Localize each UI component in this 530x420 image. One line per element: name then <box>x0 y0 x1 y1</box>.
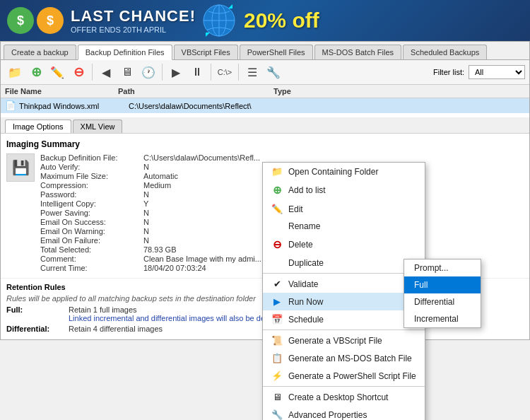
screen-icon: 🖥 <box>122 66 133 78</box>
context-menu: 📁 Open Containing Folder ⊕ Add to list ✏… <box>262 162 425 420</box>
summary-field-6-label: Power Saving: <box>40 209 139 217</box>
desktop-icon: 🖥 <box>271 392 283 402</box>
toolbar-separator-2 <box>162 64 163 81</box>
ctx-validate[interactable]: ✔ Validate <box>263 275 425 293</box>
list-button[interactable]: ☰ <box>242 62 262 82</box>
play-icon: ▶ <box>172 66 180 79</box>
summary-field-11-value: Clean Base Image with my admi... <box>143 255 261 263</box>
ctx-gen-vbs[interactable]: 📜 Generate a VBScript File <box>263 332 425 349</box>
ctx-label-validate: Validate <box>288 279 318 289</box>
tab-powershell[interactable]: PowerShell Files <box>240 45 313 59</box>
ctx-label-edit: Edit <box>288 204 303 214</box>
open-folder-button[interactable]: 📁 <box>5 62 25 82</box>
file-row[interactable]: 📄 Thinkpad Windows.xml C:\Users\dalaw\Do… <box>1 98 529 113</box>
submenu-incremental[interactable]: Incremental <box>404 310 481 327</box>
retention-diff-label: Differential: <box>6 325 63 333</box>
back-button[interactable]: ◀ <box>96 62 116 82</box>
cmd-button[interactable]: C:\> <box>215 62 235 82</box>
submenu-differential[interactable]: Differential <box>404 293 481 310</box>
app-window: Create a backup Backup Definition Files … <box>0 41 530 340</box>
tab-scheduled-backups[interactable]: Scheduled Backups <box>403 45 487 59</box>
pause-button[interactable]: ⏸ <box>187 62 207 82</box>
ctx-desktop-shortcut[interactable]: 🖥 Create a Desktop Shortcut <box>263 388 425 406</box>
toolbar-separator-4 <box>238 64 239 81</box>
ctx-label-add: Add to list <box>288 185 326 195</box>
submenu-prompt[interactable]: Prompt... <box>404 259 481 276</box>
back-icon: ◀ <box>102 66 110 79</box>
summary-field-9-label: Email On Failure: <box>40 236 139 245</box>
ctx-schedule[interactable]: 📅 Schedule <box>263 310 425 328</box>
summary-field-5-value: Y <box>143 199 261 208</box>
ctx-advanced-props[interactable]: 🔧 Advanced Properties <box>263 406 425 420</box>
banner-icon-gold: $ <box>37 7 64 34</box>
add-button[interactable]: ⊕ <box>26 62 46 82</box>
list-icon: ☰ <box>247 66 257 79</box>
vbs-icon: 📜 <box>271 335 283 346</box>
ctx-label-gen-ps: Generate a PowerShell Script File <box>288 371 416 381</box>
summary-field-1-label: Auto Verify: <box>40 163 139 171</box>
add-to-list-icon: ⊕ <box>271 184 283 197</box>
ctx-label-open-folder: Open Containing Folder <box>288 167 378 177</box>
ctx-label-shortcut: Create a Desktop Shortcut <box>288 392 388 402</box>
edit-button[interactable]: ✏️ <box>47 62 67 82</box>
summary-field-4-label: Password: <box>40 190 139 199</box>
ctx-label-rename: Rename <box>288 221 320 231</box>
submenu-full[interactable]: Full <box>404 276 481 293</box>
tab-backup-definition[interactable]: Backup Definition Files <box>78 45 172 60</box>
summary-field-10-value: 78.93 GB <box>143 245 261 254</box>
filter-select[interactable]: All <box>469 65 525 79</box>
validate-icon: ✔ <box>271 279 283 289</box>
remove-button[interactable]: ⊖ <box>69 62 88 82</box>
bottom-tabs: Image Options XML View <box>1 117 529 134</box>
banner-sub-text: OFFER ENDS 20TH APRIL <box>71 25 196 34</box>
tab-image-options[interactable]: Image Options <box>5 119 71 133</box>
cmd-icon: C:\> <box>218 68 232 76</box>
summary-field-12-value: 18/04/20 07:03:24 <box>143 264 261 272</box>
play-button[interactable]: ▶ <box>166 62 186 82</box>
ctx-add-to-list[interactable]: ⊕ Add to list <box>263 180 425 200</box>
ctx-delete[interactable]: ⊖ Delete <box>263 235 425 255</box>
tab-vbscript[interactable]: VBScript Files <box>174 45 238 59</box>
ctx-sep-3 <box>263 386 425 387</box>
ctx-label-delete: Delete <box>288 240 313 250</box>
tab-xml-view[interactable]: XML View <box>73 119 123 133</box>
ctx-label-duplicate: Duplicate <box>288 258 324 268</box>
filter-area: Filter list: All <box>433 65 525 79</box>
summary-field-12-label: Current Time: <box>40 264 139 272</box>
ctx-rename[interactable]: Rename <box>263 218 425 235</box>
remove-icon: ⊖ <box>73 64 84 80</box>
column-header-path: Path <box>118 87 273 95</box>
ctx-run-now[interactable]: ▶ Run Now ▶ <box>263 293 425 310</box>
ctx-gen-ps[interactable]: ⚡ Generate a PowerShell Script File <box>263 367 425 385</box>
summary-field-2-label: Maximum File Size: <box>40 172 139 180</box>
open-folder-icon: 📁 <box>8 66 22 79</box>
retention-diff-value: Retain 4 differential images <box>69 325 163 333</box>
run-now-icon: ▶ <box>271 296 283 307</box>
column-header-type: Type <box>273 87 344 95</box>
ctx-gen-dos[interactable]: 📋 Generate an MS-DOS Batch File <box>263 349 425 367</box>
ctx-label-gen-vbs: Generate a VBScript File <box>288 336 382 346</box>
schedule-icon: 📅 <box>271 314 283 325</box>
advanced-icon: 🔧 <box>271 409 283 420</box>
tab-msdos[interactable]: MS-DOS Batch Files <box>314 45 401 59</box>
clock-icon: 🕐 <box>141 66 155 79</box>
screen-button[interactable]: 🖥 <box>117 62 137 82</box>
banner-main-text: LAST CHANCE! <box>71 7 196 25</box>
toolbar-separator-1 <box>92 64 93 81</box>
banner: $ $ LAST CHANCE! OFFER ENDS 20TH APRIL 2… <box>0 0 530 41</box>
retention-full-area: Retain 1 full images Linked incremental … <box>69 305 282 322</box>
file-list: 📄 Thinkpad Windows.xml C:\Users\dalaw\Do… <box>1 98 529 113</box>
dos-icon: 📋 <box>271 353 283 363</box>
toolbar: 📁 ⊕ ✏️ ⊖ ◀ 🖥 🕐 ▶ ⏸ C:\> ☰ 🔧 Filter list:… <box>1 60 529 85</box>
clock-button[interactable]: 🕐 <box>139 62 158 82</box>
banner-icons: $ $ <box>7 7 64 34</box>
ctx-label-gen-dos: Generate an MS-DOS Batch File <box>288 354 412 363</box>
tab-create-backup[interactable]: Create a backup <box>4 45 76 59</box>
wrench-button[interactable]: 🔧 <box>264 62 283 82</box>
summary-field-3-label: Compression: <box>40 181 139 189</box>
file-path: C:\Users\dalaw\Documents\Reflect\ <box>129 102 284 110</box>
ctx-duplicate[interactable]: Duplicate <box>263 255 425 272</box>
ctx-open-containing-folder[interactable]: 📁 Open Containing Folder <box>263 163 425 180</box>
ctx-edit[interactable]: ✏️ Edit <box>263 200 425 218</box>
folder-icon: 📁 <box>271 166 283 177</box>
